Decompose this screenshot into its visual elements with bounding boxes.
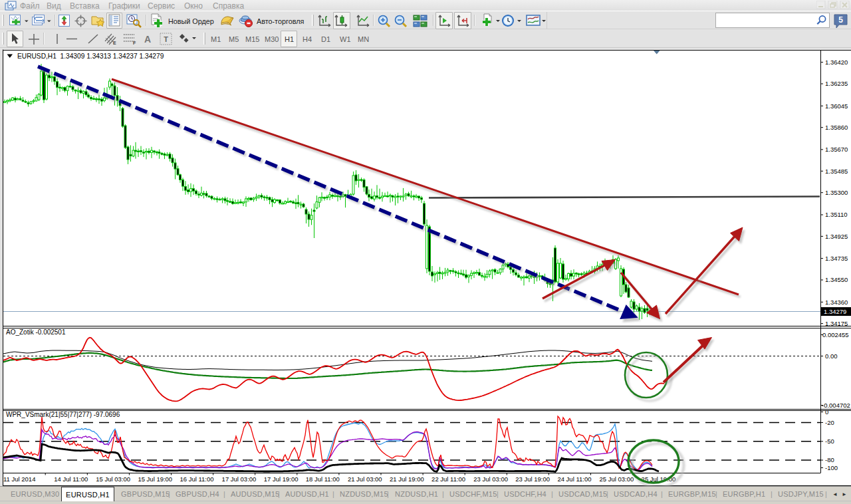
svg-text:1.35485: 1.35485	[825, 168, 848, 175]
svg-text:-100: -100	[825, 464, 838, 471]
svg-text:25 Jul 03:00: 25 Jul 03:00	[600, 475, 634, 483]
svg-text:0.002455: 0.002455	[822, 331, 849, 338]
svg-text:1.35110: 1.35110	[825, 211, 848, 218]
svg-text:-0.004702: -0.004702	[822, 402, 850, 409]
svg-text:18 Jul 11:00: 18 Jul 11:00	[306, 475, 340, 483]
svg-text:23 Jul 19:00: 23 Jul 19:00	[515, 475, 550, 483]
svg-text:24 Jul 11:00: 24 Jul 11:00	[557, 475, 591, 483]
svg-text:1.34925: 1.34925	[825, 233, 848, 240]
svg-text:EURUSD,H1 1.34309 1.34313 1.3: EURUSD,H1 1.34309 1.34313 1.34237 1.3427…	[17, 53, 164, 60]
svg-text:1.35670: 1.35670	[825, 146, 848, 153]
svg-text:16 Jul 11:00: 16 Jul 11:00	[180, 475, 214, 483]
svg-text:23 Jul 03:00: 23 Jul 03:00	[473, 475, 508, 483]
svg-text:15 Jul 19:00: 15 Jul 19:00	[138, 475, 172, 483]
svg-text:E: E	[113, 41, 116, 45]
svg-text:15 Jul 03:00: 15 Jul 03:00	[96, 475, 130, 483]
svg-text:1.36045: 1.36045	[825, 102, 848, 110]
svg-text:AO_Zotik -0.002501: AO_Zotik -0.002501	[6, 328, 66, 336]
svg-text:T: T	[164, 35, 168, 43]
svg-text:1.34175: 1.34175	[825, 320, 848, 327]
svg-text:1.34735: 1.34735	[825, 255, 848, 262]
svg-text:5: 5	[838, 15, 843, 25]
svg-text:-80: -80	[825, 456, 834, 463]
svg-text:17 Jul 03:00: 17 Jul 03:00	[222, 475, 257, 483]
svg-text:1.34360: 1.34360	[825, 299, 848, 306]
svg-text:1.34550: 1.34550	[825, 276, 848, 283]
svg-text:11 Jul 2014: 11 Jul 2014	[3, 475, 35, 483]
svg-text:1.36235: 1.36235	[825, 80, 848, 87]
svg-text:1.34279: 1.34279	[824, 308, 846, 315]
svg-text:22 Jul 11:00: 22 Jul 11:00	[431, 475, 465, 483]
svg-text:-50: -50	[825, 438, 834, 445]
svg-text:F: F	[133, 41, 136, 45]
svg-text:-20: -20	[825, 419, 834, 426]
svg-text:1.36420: 1.36420	[825, 59, 848, 66]
svg-text:14 Jul 11:00: 14 Jul 11:00	[54, 475, 88, 483]
svg-text:0: 0	[825, 408, 828, 416]
svg-text:0.00: 0.00	[825, 352, 838, 360]
svg-text:WPR_VSmark(21|55|77|277) -97.0: WPR_VSmark(21|55|77|277) -97.0696	[6, 411, 120, 418]
svg-text:21 Jul 19:00: 21 Jul 19:00	[390, 475, 424, 483]
svg-text:17 Jul 19:00: 17 Jul 19:00	[264, 475, 299, 483]
svg-text:1.35860: 1.35860	[825, 124, 848, 131]
svg-text:21 Jul 03:00: 21 Jul 03:00	[348, 475, 382, 483]
svg-text:1.35300: 1.35300	[825, 189, 848, 196]
